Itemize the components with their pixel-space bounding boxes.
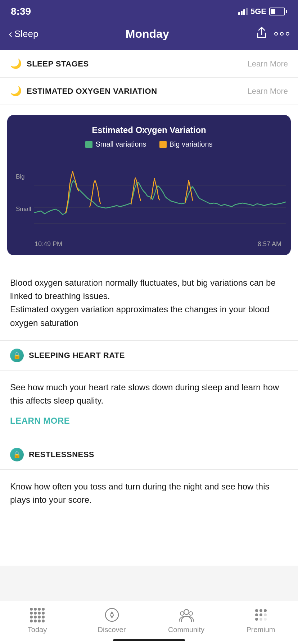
legend-big: Big variations [159,140,213,148]
heart-rate-section-header: 🔒 SLEEPING HEART RATE [0,341,298,371]
signal-bars [238,8,248,15]
oxygen-chart-svg [34,157,286,236]
oxygen-variation-title: ESTIMATED OXYGEN VARIATION [27,87,157,96]
back-label: Sleep [14,28,39,40]
svg-point-6 [184,610,189,615]
nav-item-today[interactable]: Today [0,607,74,634]
svg-point-14 [264,613,267,616]
oxygen-variation-section: 🌙 ESTIMATED OXYGEN VARIATION Learn More [0,78,298,105]
chevron-left-icon: ‹ [9,28,12,39]
share-icon[interactable] [256,27,267,41]
home-indicator [113,639,185,641]
nav-item-discover[interactable]: Discover [74,607,149,634]
moon-icon-2: 🌙 [10,86,22,97]
premium-icon [253,607,269,623]
restlessness-description: Know how often you toss and turn during … [10,480,288,506]
legend-orange-swatch [159,141,167,148]
oxygen-learn-more[interactable]: Learn More [247,87,288,96]
legend-green-swatch [85,141,92,148]
nav-actions [256,27,289,41]
more-icon[interactable] [274,32,289,36]
community-icon [179,607,194,623]
svg-point-11 [264,609,267,612]
legend-big-label: Big variations [170,140,213,148]
svg-point-10 [259,609,262,612]
heart-rate-title: SLEEPING HEART RATE [29,351,125,360]
heart-rate-learn-more[interactable]: LEARN MORE [10,416,288,436]
main-content: 🌙 SLEEP STAGES Learn More 🌙 ESTIMATED OX… [0,50,298,566]
lock-icon-restlessness: 🔒 [10,448,24,461]
sleep-stages-learn-more[interactable]: Learn More [247,59,288,69]
chart-times: 10:49 PM 8:57 AM [16,240,282,248]
today-label: Today [28,626,47,634]
sleep-stages-title: SLEEP STAGES [27,59,89,69]
svg-point-8 [189,612,193,615]
today-icon [30,607,45,623]
oxygen-chart-container: Estimated Oxygen Variation Small variati… [7,115,291,255]
chart-time-start: 10:49 PM [35,240,62,248]
y-label-big: Big [16,173,31,180]
status-icons: 5GE [238,7,287,16]
svg-marker-5 [110,615,114,618]
legend-small-label: Small variations [95,140,146,148]
page-title: Monday [126,27,169,41]
svg-point-13 [259,613,262,616]
svg-point-16 [259,618,262,621]
chart-time-end: 8:57 AM [258,240,281,248]
heart-rate-body: See how much your heart rate slows down … [0,371,298,440]
svg-point-3 [105,608,118,621]
sleep-stages-section: 🌙 SLEEP STAGES Learn More [0,50,298,78]
svg-point-12 [255,613,258,616]
discover-icon [104,607,120,623]
discover-label: Discover [98,626,126,634]
status-time: 8:39 [11,6,31,17]
community-label: Community [168,626,204,634]
svg-point-9 [255,609,258,612]
svg-point-17 [264,618,267,621]
svg-marker-4 [110,611,114,615]
svg-point-7 [180,612,184,615]
y-label-small: Small [16,206,31,213]
chart-title: Estimated Oxygen Variation [16,125,282,135]
restlessness-body: Know how often you toss and turn during … [0,470,298,519]
network-type: 5GE [250,7,266,16]
lock-icon-heart-rate: 🔒 [10,349,24,362]
nav-item-premium[interactable]: Premium [224,607,298,634]
chart-legend: Small variations Big variations [16,140,282,148]
restlessness-title: RESTLESSNESS [29,450,94,459]
nav-bar: ‹ Sleep Monday [0,22,298,50]
svg-point-15 [255,618,258,621]
oxygen-description: Blood oxygen saturation normally fluctua… [0,265,298,341]
nav-item-community[interactable]: Community [149,607,224,634]
chart-area: Big Small [16,157,282,238]
back-button[interactable]: ‹ Sleep [9,28,39,40]
battery-icon [269,8,287,15]
premium-label: Premium [246,626,275,634]
bottom-nav: Today Discover Community [0,601,298,644]
legend-small: Small variations [85,140,146,148]
restlessness-section-header: 🔒 RESTLESSNESS [0,440,298,470]
status-bar: 8:39 5GE [0,0,298,22]
oxygen-description-text: Blood oxygen saturation normally fluctua… [10,278,276,328]
moon-icon: 🌙 [10,58,22,69]
heart-rate-description: See how much your heart rate slows down … [10,381,288,407]
